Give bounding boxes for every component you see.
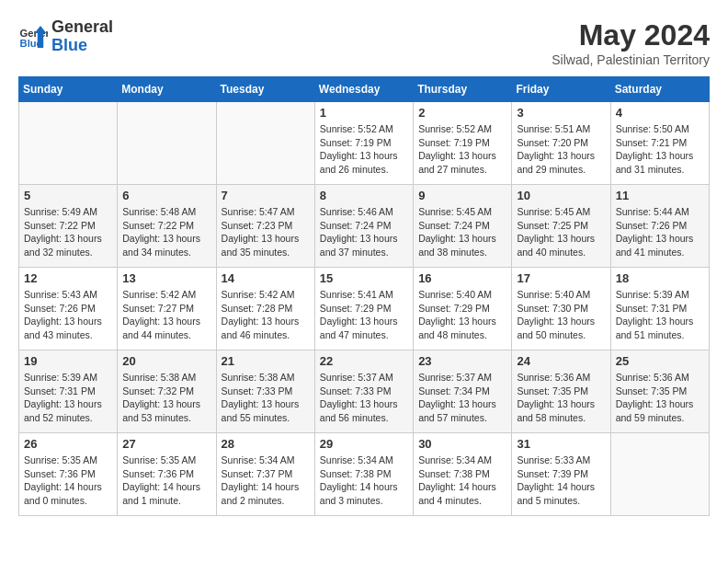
day-of-week-monday: Monday [118,77,216,102]
day-info: Sunrise: 5:44 AM Sunset: 7:26 PM Dayligh… [616,205,704,259]
calendar-cell: 15Sunrise: 5:41 AM Sunset: 7:29 PM Dayli… [314,268,413,350]
day-info: Sunrise: 5:37 AM Sunset: 7:34 PM Dayligh… [418,371,506,425]
calendar-cell: 7Sunrise: 5:47 AM Sunset: 7:23 PM Daylig… [216,185,314,268]
calendar-cell: 30Sunrise: 5:34 AM Sunset: 7:38 PM Dayli… [414,433,512,516]
day-info: Sunrise: 5:37 AM Sunset: 7:33 PM Dayligh… [320,371,408,425]
day-info: Sunrise: 5:36 AM Sunset: 7:35 PM Dayligh… [517,371,605,425]
calendar-cell [19,102,118,185]
day-info: Sunrise: 5:41 AM Sunset: 7:29 PM Dayligh… [320,288,408,342]
day-of-week-thursday: Thursday [414,77,512,102]
day-number: 14 [222,271,310,285]
calendar-cell: 22Sunrise: 5:37 AM Sunset: 7:33 PM Dayli… [314,350,413,433]
day-number: 8 [320,189,408,202]
day-info: Sunrise: 5:34 AM Sunset: 7:38 PM Dayligh… [418,454,506,508]
day-info: Sunrise: 5:40 AM Sunset: 7:30 PM Dayligh… [517,288,605,342]
calendar-cell: 3Sunrise: 5:51 AM Sunset: 7:20 PM Daylig… [512,102,610,185]
calendar-week-5: 26Sunrise: 5:35 AM Sunset: 7:36 PM Dayli… [19,433,710,516]
day-number: 19 [24,354,112,368]
title-block: May 2024 Silwad, Palestinian Territory [552,18,710,67]
calendar-week-3: 12Sunrise: 5:43 AM Sunset: 7:26 PM Dayli… [19,268,710,350]
day-number: 17 [517,271,605,285]
calendar-table: SundayMondayTuesdayWednesdayThursdayFrid… [18,76,710,516]
day-number: 15 [320,271,408,285]
day-number: 16 [418,271,506,285]
calendar-cell: 28Sunrise: 5:34 AM Sunset: 7:37 PM Dayli… [216,433,314,516]
day-number: 3 [517,106,605,120]
month-title: May 2024 [552,18,710,52]
calendar-cell: 10Sunrise: 5:45 AM Sunset: 7:25 PM Dayli… [512,185,610,268]
day-info: Sunrise: 5:35 AM Sunset: 7:36 PM Dayligh… [122,454,210,508]
logo-blue: Blue [51,36,87,54]
calendar-cell: 23Sunrise: 5:37 AM Sunset: 7:34 PM Dayli… [414,350,512,433]
location-text: Silwad, Palestinian Territory [552,52,710,67]
calendar-cell: 2Sunrise: 5:52 AM Sunset: 7:19 PM Daylig… [414,102,512,185]
day-info: Sunrise: 5:45 AM Sunset: 7:24 PM Dayligh… [418,205,506,259]
calendar-cell: 6Sunrise: 5:48 AM Sunset: 7:22 PM Daylig… [118,185,216,268]
day-info: Sunrise: 5:34 AM Sunset: 7:37 PM Dayligh… [222,454,310,508]
day-number: 9 [418,189,506,202]
day-info: Sunrise: 5:35 AM Sunset: 7:36 PM Dayligh… [24,454,112,508]
day-number: 2 [418,106,506,120]
calendar-cell [216,102,314,185]
calendar-cell: 14Sunrise: 5:42 AM Sunset: 7:28 PM Dayli… [216,268,314,350]
logo-general: General [51,17,113,36]
day-number: 1 [320,106,408,120]
calendar-body: 1Sunrise: 5:52 AM Sunset: 7:19 PM Daylig… [19,102,710,516]
day-number: 21 [222,354,310,368]
day-of-week-saturday: Saturday [610,77,709,102]
day-info: Sunrise: 5:51 AM Sunset: 7:20 PM Dayligh… [517,122,605,177]
day-info: Sunrise: 5:50 AM Sunset: 7:21 PM Dayligh… [616,122,704,177]
day-info: Sunrise: 5:38 AM Sunset: 7:32 PM Dayligh… [122,371,210,425]
day-number: 24 [517,354,605,368]
calendar-week-4: 19Sunrise: 5:39 AM Sunset: 7:31 PM Dayli… [19,350,710,433]
day-info: Sunrise: 5:52 AM Sunset: 7:19 PM Dayligh… [418,122,506,177]
day-number: 28 [222,437,310,451]
day-info: Sunrise: 5:46 AM Sunset: 7:24 PM Dayligh… [320,205,408,259]
day-info: Sunrise: 5:43 AM Sunset: 7:26 PM Dayligh… [24,288,112,342]
calendar-cell: 25Sunrise: 5:36 AM Sunset: 7:35 PM Dayli… [610,350,709,433]
logo-icon: General Blue [18,22,48,52]
day-number: 22 [320,354,408,368]
day-info: Sunrise: 5:38 AM Sunset: 7:33 PM Dayligh… [222,371,310,425]
calendar-cell: 12Sunrise: 5:43 AM Sunset: 7:26 PM Dayli… [19,268,118,350]
calendar-cell [610,433,709,516]
day-info: Sunrise: 5:45 AM Sunset: 7:25 PM Dayligh… [517,205,605,259]
day-number: 5 [24,189,112,202]
calendar-cell: 24Sunrise: 5:36 AM Sunset: 7:35 PM Dayli… [512,350,610,433]
calendar-cell: 16Sunrise: 5:40 AM Sunset: 7:29 PM Dayli… [414,268,512,350]
page-header: General Blue General Blue May 2024 Silwa… [18,18,710,67]
calendar-cell: 17Sunrise: 5:40 AM Sunset: 7:30 PM Dayli… [512,268,610,350]
calendar-cell: 5Sunrise: 5:49 AM Sunset: 7:22 PM Daylig… [19,185,118,268]
logo-text: General Blue [51,18,113,55]
calendar-cell: 13Sunrise: 5:42 AM Sunset: 7:27 PM Dayli… [118,268,216,350]
calendar-cell: 31Sunrise: 5:33 AM Sunset: 7:39 PM Dayli… [512,433,610,516]
day-info: Sunrise: 5:39 AM Sunset: 7:31 PM Dayligh… [24,371,112,425]
calendar-cell: 26Sunrise: 5:35 AM Sunset: 7:36 PM Dayli… [19,433,118,516]
day-info: Sunrise: 5:36 AM Sunset: 7:35 PM Dayligh… [616,371,704,425]
day-info: Sunrise: 5:34 AM Sunset: 7:38 PM Dayligh… [320,454,408,508]
day-number: 26 [24,437,112,451]
day-number: 30 [418,437,506,451]
day-number: 18 [616,271,704,285]
day-number: 29 [320,437,408,451]
calendar-cell: 1Sunrise: 5:52 AM Sunset: 7:19 PM Daylig… [314,102,413,185]
calendar-week-2: 5Sunrise: 5:49 AM Sunset: 7:22 PM Daylig… [19,185,710,268]
day-number: 31 [517,437,605,451]
day-info: Sunrise: 5:33 AM Sunset: 7:39 PM Dayligh… [517,454,605,508]
day-number: 23 [418,354,506,368]
day-number: 10 [517,189,605,202]
day-info: Sunrise: 5:39 AM Sunset: 7:31 PM Dayligh… [616,288,704,342]
calendar-cell: 8Sunrise: 5:46 AM Sunset: 7:24 PM Daylig… [314,185,413,268]
calendar-cell: 27Sunrise: 5:35 AM Sunset: 7:36 PM Dayli… [118,433,216,516]
calendar-cell: 4Sunrise: 5:50 AM Sunset: 7:21 PM Daylig… [610,102,709,185]
day-info: Sunrise: 5:52 AM Sunset: 7:19 PM Dayligh… [320,122,408,177]
calendar-cell: 11Sunrise: 5:44 AM Sunset: 7:26 PM Dayli… [610,185,709,268]
calendar-cell: 18Sunrise: 5:39 AM Sunset: 7:31 PM Dayli… [610,268,709,350]
calendar-cell: 9Sunrise: 5:45 AM Sunset: 7:24 PM Daylig… [414,185,512,268]
calendar-cell: 29Sunrise: 5:34 AM Sunset: 7:38 PM Dayli… [314,433,413,516]
day-info: Sunrise: 5:47 AM Sunset: 7:23 PM Dayligh… [222,205,310,259]
day-number: 7 [222,189,310,202]
calendar-cell: 21Sunrise: 5:38 AM Sunset: 7:33 PM Dayli… [216,350,314,433]
day-number: 20 [122,354,210,368]
day-number: 4 [616,106,704,120]
